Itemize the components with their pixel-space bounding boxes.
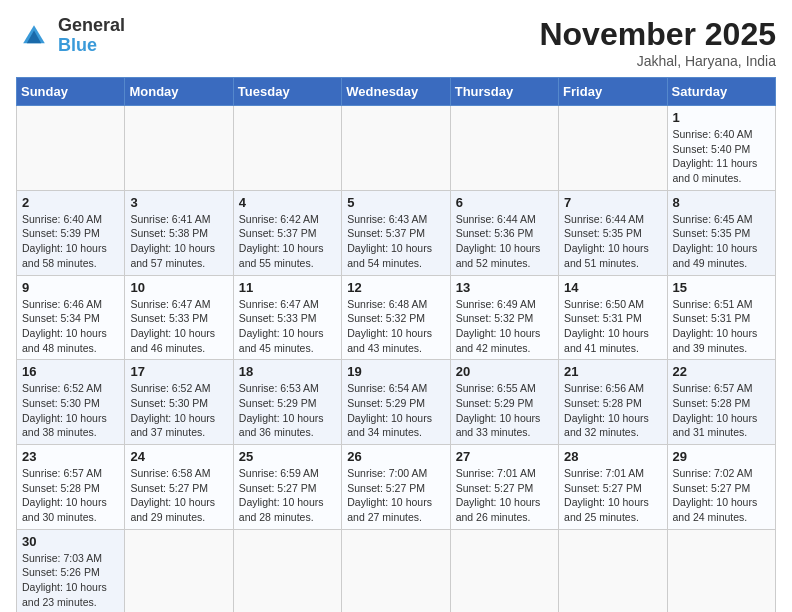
weekday-header-wednesday: Wednesday [342, 78, 450, 106]
calendar-cell [233, 106, 341, 191]
day-info: Sunrise: 6:50 AM Sunset: 5:31 PM Dayligh… [564, 297, 661, 356]
calendar-cell: 28Sunrise: 7:01 AM Sunset: 5:27 PM Dayli… [559, 445, 667, 530]
day-number: 25 [239, 449, 336, 464]
day-info: Sunrise: 6:57 AM Sunset: 5:28 PM Dayligh… [673, 381, 770, 440]
day-number: 18 [239, 364, 336, 379]
calendar-cell: 25Sunrise: 6:59 AM Sunset: 5:27 PM Dayli… [233, 445, 341, 530]
day-info: Sunrise: 7:02 AM Sunset: 5:27 PM Dayligh… [673, 466, 770, 525]
day-number: 1 [673, 110, 770, 125]
day-number: 14 [564, 280, 661, 295]
calendar-cell: 9Sunrise: 6:46 AM Sunset: 5:34 PM Daylig… [17, 275, 125, 360]
day-info: Sunrise: 6:52 AM Sunset: 5:30 PM Dayligh… [130, 381, 227, 440]
calendar-table: SundayMondayTuesdayWednesdayThursdayFrid… [16, 77, 776, 612]
day-number: 21 [564, 364, 661, 379]
day-info: Sunrise: 6:59 AM Sunset: 5:27 PM Dayligh… [239, 466, 336, 525]
calendar-cell: 30Sunrise: 7:03 AM Sunset: 5:26 PM Dayli… [17, 529, 125, 612]
day-number: 20 [456, 364, 553, 379]
calendar-cell: 8Sunrise: 6:45 AM Sunset: 5:35 PM Daylig… [667, 190, 775, 275]
day-info: Sunrise: 6:55 AM Sunset: 5:29 PM Dayligh… [456, 381, 553, 440]
day-info: Sunrise: 7:01 AM Sunset: 5:27 PM Dayligh… [564, 466, 661, 525]
weekday-header-row: SundayMondayTuesdayWednesdayThursdayFrid… [17, 78, 776, 106]
day-info: Sunrise: 6:40 AM Sunset: 5:39 PM Dayligh… [22, 212, 119, 271]
calendar-cell: 12Sunrise: 6:48 AM Sunset: 5:32 PM Dayli… [342, 275, 450, 360]
logo-text: GeneralBlue [58, 16, 125, 56]
calendar-cell [342, 106, 450, 191]
day-number: 7 [564, 195, 661, 210]
calendar-cell: 7Sunrise: 6:44 AM Sunset: 5:35 PM Daylig… [559, 190, 667, 275]
day-number: 27 [456, 449, 553, 464]
calendar-cell [17, 106, 125, 191]
day-info: Sunrise: 6:47 AM Sunset: 5:33 PM Dayligh… [239, 297, 336, 356]
day-info: Sunrise: 6:47 AM Sunset: 5:33 PM Dayligh… [130, 297, 227, 356]
weekday-header-sunday: Sunday [17, 78, 125, 106]
day-number: 2 [22, 195, 119, 210]
calendar-cell: 16Sunrise: 6:52 AM Sunset: 5:30 PM Dayli… [17, 360, 125, 445]
weekday-header-friday: Friday [559, 78, 667, 106]
calendar-cell: 10Sunrise: 6:47 AM Sunset: 5:33 PM Dayli… [125, 275, 233, 360]
calendar-cell: 5Sunrise: 6:43 AM Sunset: 5:37 PM Daylig… [342, 190, 450, 275]
calendar-cell: 15Sunrise: 6:51 AM Sunset: 5:31 PM Dayli… [667, 275, 775, 360]
day-info: Sunrise: 6:49 AM Sunset: 5:32 PM Dayligh… [456, 297, 553, 356]
day-number: 4 [239, 195, 336, 210]
weekday-header-monday: Monday [125, 78, 233, 106]
day-info: Sunrise: 6:52 AM Sunset: 5:30 PM Dayligh… [22, 381, 119, 440]
calendar-cell [125, 529, 233, 612]
calendar-cell: 21Sunrise: 6:56 AM Sunset: 5:28 PM Dayli… [559, 360, 667, 445]
calendar-cell: 1Sunrise: 6:40 AM Sunset: 5:40 PM Daylig… [667, 106, 775, 191]
calendar-cell [559, 106, 667, 191]
day-info: Sunrise: 6:40 AM Sunset: 5:40 PM Dayligh… [673, 127, 770, 186]
day-info: Sunrise: 6:53 AM Sunset: 5:29 PM Dayligh… [239, 381, 336, 440]
calendar-cell: 20Sunrise: 6:55 AM Sunset: 5:29 PM Dayli… [450, 360, 558, 445]
day-info: Sunrise: 6:44 AM Sunset: 5:35 PM Dayligh… [564, 212, 661, 271]
day-info: Sunrise: 6:58 AM Sunset: 5:27 PM Dayligh… [130, 466, 227, 525]
day-number: 30 [22, 534, 119, 549]
day-info: Sunrise: 6:44 AM Sunset: 5:36 PM Dayligh… [456, 212, 553, 271]
calendar-cell [450, 106, 558, 191]
calendar-cell: 11Sunrise: 6:47 AM Sunset: 5:33 PM Dayli… [233, 275, 341, 360]
logo-icon [16, 18, 52, 54]
day-info: Sunrise: 6:48 AM Sunset: 5:32 PM Dayligh… [347, 297, 444, 356]
title-block: November 2025 Jakhal, Haryana, India [539, 16, 776, 69]
day-info: Sunrise: 6:41 AM Sunset: 5:38 PM Dayligh… [130, 212, 227, 271]
calendar-cell: 22Sunrise: 6:57 AM Sunset: 5:28 PM Dayli… [667, 360, 775, 445]
day-info: Sunrise: 6:51 AM Sunset: 5:31 PM Dayligh… [673, 297, 770, 356]
calendar-week-2: 2Sunrise: 6:40 AM Sunset: 5:39 PM Daylig… [17, 190, 776, 275]
calendar-cell: 3Sunrise: 6:41 AM Sunset: 5:38 PM Daylig… [125, 190, 233, 275]
calendar-cell: 4Sunrise: 6:42 AM Sunset: 5:37 PM Daylig… [233, 190, 341, 275]
day-info: Sunrise: 6:57 AM Sunset: 5:28 PM Dayligh… [22, 466, 119, 525]
calendar-week-6: 30Sunrise: 7:03 AM Sunset: 5:26 PM Dayli… [17, 529, 776, 612]
day-number: 9 [22, 280, 119, 295]
day-number: 13 [456, 280, 553, 295]
calendar-cell: 2Sunrise: 6:40 AM Sunset: 5:39 PM Daylig… [17, 190, 125, 275]
day-info: Sunrise: 6:42 AM Sunset: 5:37 PM Dayligh… [239, 212, 336, 271]
day-number: 12 [347, 280, 444, 295]
day-number: 24 [130, 449, 227, 464]
day-number: 11 [239, 280, 336, 295]
day-number: 10 [130, 280, 227, 295]
day-number: 19 [347, 364, 444, 379]
calendar-week-3: 9Sunrise: 6:46 AM Sunset: 5:34 PM Daylig… [17, 275, 776, 360]
weekday-header-saturday: Saturday [667, 78, 775, 106]
day-number: 28 [564, 449, 661, 464]
day-info: Sunrise: 7:00 AM Sunset: 5:27 PM Dayligh… [347, 466, 444, 525]
calendar-cell: 26Sunrise: 7:00 AM Sunset: 5:27 PM Dayli… [342, 445, 450, 530]
calendar-cell: 6Sunrise: 6:44 AM Sunset: 5:36 PM Daylig… [450, 190, 558, 275]
calendar-cell: 19Sunrise: 6:54 AM Sunset: 5:29 PM Dayli… [342, 360, 450, 445]
calendar-week-5: 23Sunrise: 6:57 AM Sunset: 5:28 PM Dayli… [17, 445, 776, 530]
calendar-cell: 14Sunrise: 6:50 AM Sunset: 5:31 PM Dayli… [559, 275, 667, 360]
calendar-cell: 23Sunrise: 6:57 AM Sunset: 5:28 PM Dayli… [17, 445, 125, 530]
day-number: 15 [673, 280, 770, 295]
day-info: Sunrise: 6:43 AM Sunset: 5:37 PM Dayligh… [347, 212, 444, 271]
logo: GeneralBlue [16, 16, 125, 56]
calendar-cell [559, 529, 667, 612]
day-number: 8 [673, 195, 770, 210]
calendar-cell [125, 106, 233, 191]
calendar-cell: 29Sunrise: 7:02 AM Sunset: 5:27 PM Dayli… [667, 445, 775, 530]
calendar-cell: 18Sunrise: 6:53 AM Sunset: 5:29 PM Dayli… [233, 360, 341, 445]
day-info: Sunrise: 7:01 AM Sunset: 5:27 PM Dayligh… [456, 466, 553, 525]
month-title: November 2025 [539, 16, 776, 53]
calendar-cell [233, 529, 341, 612]
day-number: 26 [347, 449, 444, 464]
calendar-week-1: 1Sunrise: 6:40 AM Sunset: 5:40 PM Daylig… [17, 106, 776, 191]
day-number: 16 [22, 364, 119, 379]
